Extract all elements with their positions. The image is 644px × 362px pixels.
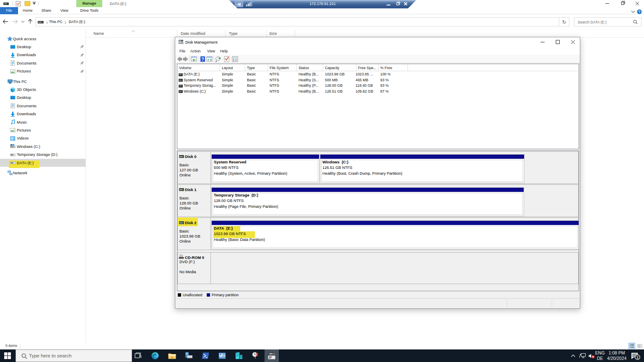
svg-text:1: 1	[636, 355, 639, 359]
svg-text:?: ?	[638, 10, 641, 14]
svg-text:?: ?	[201, 57, 204, 62]
